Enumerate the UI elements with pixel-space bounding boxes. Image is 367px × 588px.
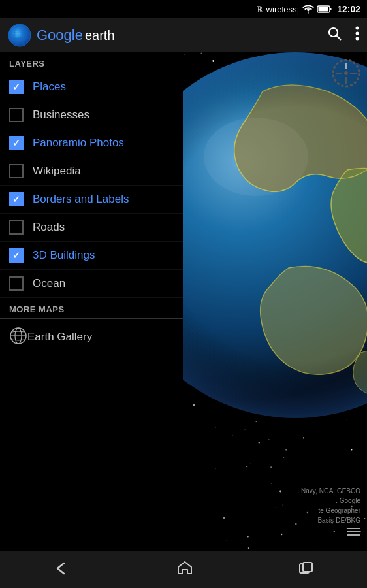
layer-item-borders[interactable]: Borders and Labels [0, 186, 183, 214]
attribution-line-2: . Google [298, 496, 361, 506]
svg-point-3 [8, 24, 31, 46]
layer-item-businesses[interactable]: Businesses [0, 101, 183, 129]
checkbox-roads[interactable] [9, 220, 24, 235]
layer-label-businesses: Businesses [33, 108, 89, 122]
layer-item-places[interactable]: Places [0, 73, 183, 101]
layer-item-ocean[interactable]: Ocean [0, 270, 183, 298]
layer-label-3dbuildings: 3D Buildings [33, 249, 95, 262]
checkbox-businesses[interactable] [9, 108, 24, 122]
more-options-icon[interactable] [355, 26, 359, 44]
layers-panel: LAYERS PlacesBusinessesPanoramio PhotosW… [0, 52, 183, 551]
svg-point-17 [204, 118, 308, 196]
attribution-line-1: . Navy, NGA, GEBCO [298, 486, 361, 496]
layer-items: PlacesBusinessesPanoramio PhotosWikipedi… [0, 73, 183, 298]
attribution-line-3: te Geographer [298, 506, 361, 515]
layers-header: LAYERS [0, 52, 183, 73]
layer-item-3dbuildings[interactable]: 3D Buildings [0, 242, 183, 270]
more-maps-item-earth-gallery[interactable]: Earth Gallery [0, 319, 183, 355]
layer-label-borders: Borders and Labels [33, 193, 129, 206]
svg-point-16 [183, 52, 367, 418]
toolbar-icons [327, 25, 359, 45]
status-time: 12:02 [337, 4, 360, 14]
attribution-text: . Navy, NGA, GEBCO . Google te Geographe… [298, 486, 361, 525]
hamburger-svg [347, 527, 360, 536]
earth-svg [183, 52, 367, 431]
attribution-line-4: Basis-DE/BKG [298, 515, 361, 525]
more-maps-items: Earth Gallery [0, 319, 183, 355]
layer-label-panoramio: Panoramio Photos [33, 137, 124, 150]
checkbox-places[interactable] [9, 80, 24, 94]
status-bar: ℝ wireless; 12:02 [0, 0, 367, 18]
svg-point-10 [356, 37, 359, 41]
title-earth: earth [85, 28, 115, 43]
bluetooth-icon: ℝ [256, 5, 263, 14]
svg-rect-2 [330, 8, 332, 10]
svg-rect-1 [319, 7, 328, 12]
checkbox-3dbuildings[interactable] [9, 248, 24, 263]
wifi-icon [302, 5, 314, 14]
app-title: Google earth [37, 27, 115, 44]
layer-item-roads[interactable]: Roads [0, 214, 183, 242]
search-icon[interactable] [327, 25, 342, 45]
svg-rect-28 [303, 563, 312, 572]
hamburger-menu-icon[interactable] [347, 526, 360, 540]
globe-icon [9, 327, 27, 348]
top-bar: Google earth [0, 18, 367, 52]
svg-line-7 [337, 36, 342, 41]
battery-icon [317, 5, 332, 13]
layer-label-wikipedia: Wikipedia [33, 165, 81, 178]
checkbox-borders[interactable] [9, 192, 24, 206]
earth-view: . Navy, NGA, GEBCO . Google te Geographe… [183, 52, 367, 551]
layer-item-panoramio[interactable]: Panoramio Photos [0, 129, 183, 157]
svg-point-8 [356, 27, 359, 30]
nav-bar [0, 551, 367, 588]
checkbox-ocean[interactable] [9, 276, 24, 291]
home-button[interactable] [164, 554, 206, 585]
checkbox-panoramio[interactable] [9, 136, 24, 150]
svg-point-9 [356, 32, 359, 35]
main-content: LAYERS PlacesBusinessesPanoramio PhotosW… [0, 52, 367, 551]
app-logo-icon [8, 24, 31, 47]
recent-apps-button[interactable] [286, 554, 327, 585]
layer-item-wikipedia[interactable]: Wikipedia [0, 157, 183, 186]
compass-icon[interactable] [332, 59, 360, 88]
layer-label-ocean: Ocean [33, 277, 65, 290]
title-google: Google [37, 27, 83, 44]
svg-point-6 [329, 28, 338, 37]
app-logo: Google earth [8, 24, 327, 47]
checkbox-wikipedia[interactable] [9, 164, 24, 178]
earth-globe [183, 52, 367, 431]
layer-label-roads: Roads [33, 221, 65, 234]
compass-svg [332, 59, 360, 88]
more-maps-header: MORE MAPS [0, 298, 183, 319]
globe-svg [9, 327, 27, 345]
back-button[interactable] [40, 554, 84, 585]
wifi-icon: wireless; [266, 5, 300, 14]
svg-point-19 [344, 71, 348, 75]
layer-label-places: Places [33, 80, 66, 93]
more-maps-label-earth-gallery: Earth Gallery [27, 331, 92, 344]
